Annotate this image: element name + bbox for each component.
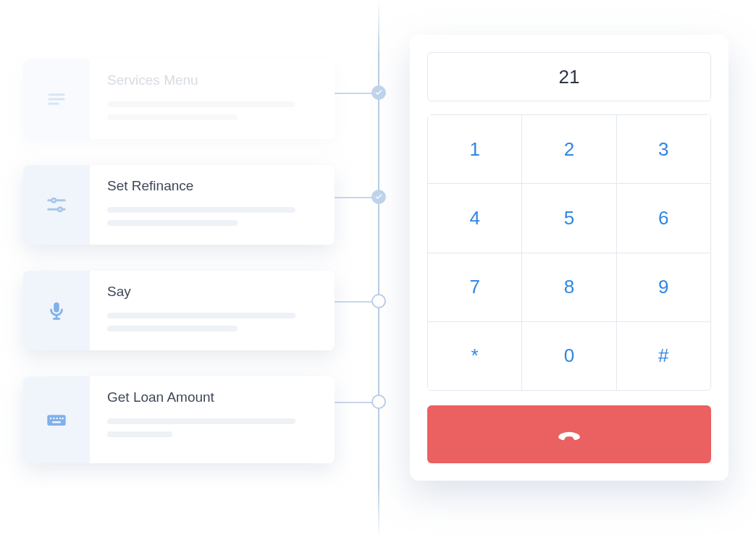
card-title: Services Menu: [107, 72, 317, 88]
check-icon: [374, 193, 383, 201]
svg-point-4: [52, 198, 56, 202]
flow-card-say[interactable]: Say: [23, 271, 335, 350]
svg-point-12: [53, 418, 54, 419]
dialpad-key-hash[interactable]: #: [616, 321, 710, 390]
svg-point-15: [62, 418, 63, 419]
dialpad-panel: 21 1 2 3 4 5 6 7 8 9 * 0 #: [410, 35, 728, 481]
timeline-marker-checked: [371, 190, 386, 204]
placeholder-line: [107, 114, 238, 120]
dialpad-key-7[interactable]: 7: [427, 253, 521, 321]
card-title: Say: [107, 284, 317, 300]
placeholder-line: [107, 326, 238, 332]
dialpad-key-2[interactable]: 2: [521, 114, 616, 183]
svg-rect-7: [54, 303, 59, 313]
svg-point-6: [58, 208, 62, 211]
placeholder-line: [107, 431, 172, 437]
placeholder-line: [107, 220, 238, 226]
timeline-marker-open: [371, 294, 386, 308]
dialpad-key-star[interactable]: *: [427, 321, 521, 390]
keyboard-icon: [45, 408, 68, 431]
flow-card-set-refinance[interactable]: Set Refinance: [23, 165, 335, 245]
card-icon-box: [23, 165, 90, 245]
dialpad-display: 21: [427, 52, 711, 101]
sliders-icon: [46, 194, 67, 216]
flow-card-get-loan-amount[interactable]: Get Loan Amount: [23, 376, 335, 463]
card-icon-box: [23, 271, 90, 350]
dialpad-key-9[interactable]: 9: [616, 253, 710, 321]
svg-rect-16: [52, 421, 61, 423]
dialpad-key-5[interactable]: 5: [521, 183, 616, 252]
svg-point-13: [56, 418, 58, 419]
check-icon: [374, 88, 383, 97]
flow-column: Services Menu Set Refinance: [23, 59, 335, 463]
placeholder-line: [107, 207, 295, 213]
placeholder-line: [107, 101, 295, 107]
flow-card-services-menu[interactable]: Services Menu: [23, 59, 335, 139]
dialpad-key-8[interactable]: 8: [521, 253, 616, 321]
card-content: Set Refinance: [90, 165, 335, 233]
dialpad-key-6[interactable]: 6: [616, 183, 710, 252]
card-icon-box: [23, 59, 90, 139]
dialpad-grid: 1 2 3 4 5 6 7 8 9 * 0 #: [427, 114, 711, 391]
timeline-line: [378, 0, 379, 540]
placeholder-line: [107, 313, 295, 318]
card-content: Get Loan Amount: [90, 376, 335, 444]
svg-point-11: [50, 418, 51, 419]
dialpad-key-1[interactable]: 1: [427, 114, 521, 183]
card-title: Get Loan Amount: [107, 389, 317, 405]
phone-hangup-icon: [554, 419, 584, 450]
timeline-marker-checked: [371, 85, 386, 100]
menu-icon: [46, 88, 67, 110]
card-content: Say: [90, 271, 335, 339]
card-content: Services Menu: [90, 59, 335, 127]
mic-icon: [46, 300, 67, 321]
hangup-button[interactable]: [427, 405, 711, 463]
svg-point-14: [59, 418, 61, 419]
placeholder-line: [107, 418, 295, 424]
card-title: Set Refinance: [107, 178, 317, 194]
dialpad-key-4[interactable]: 4: [427, 183, 521, 252]
dialpad-key-3[interactable]: 3: [616, 114, 710, 183]
card-icon-box: [23, 376, 90, 463]
timeline-marker-open: [371, 395, 386, 409]
svg-rect-10: [47, 415, 65, 426]
dialpad-key-0[interactable]: 0: [521, 321, 616, 390]
